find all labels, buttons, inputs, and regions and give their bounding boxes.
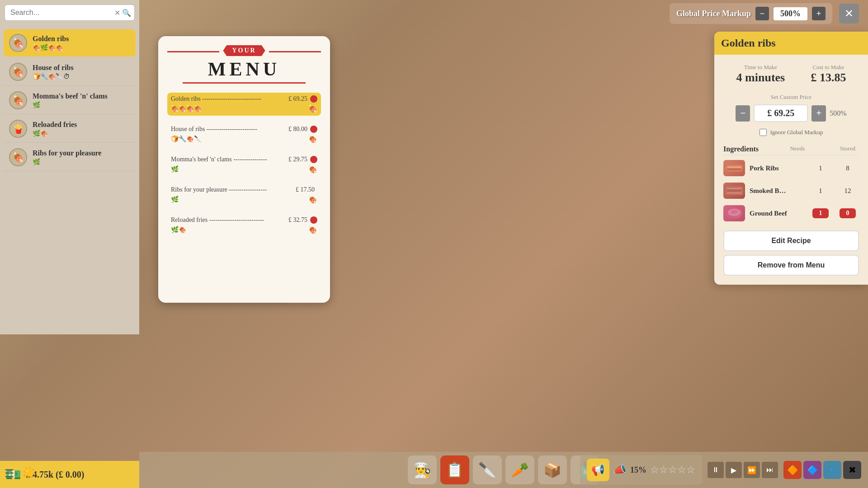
- entry-remove-reloaded-fries[interactable]: [310, 216, 317, 224]
- sidebar-item-house-of-ribs[interactable]: 🍖 House of ribs 🍞🔧🍖🔪⏱: [4, 58, 136, 86]
- menu-card-header: YOUR MENU: [167, 45, 321, 84]
- notification-button[interactable]: 📢: [587, 459, 609, 481]
- filter2-button[interactable]: 🔷: [803, 461, 821, 479]
- menu-card: YOUR MENU Golden ribs ------------------…: [158, 36, 330, 303]
- markup-increase-btn[interactable]: +: [812, 7, 826, 20]
- global-price-label: Global Price Markup: [676, 9, 751, 19]
- item-icon-golden-ribs: 🍖: [9, 34, 27, 52]
- item-tags-golden-ribs: 🍖🌿🍖🍖: [33, 44, 130, 52]
- ground-beef-needs: 1: [809, 208, 832, 218]
- playback-controls: ⏸ ▶ ⏩ ⏭: [708, 462, 778, 478]
- item-icon-reloaded-fries: 🍟: [9, 120, 27, 138]
- stored-col-header: Stored: [836, 145, 859, 153]
- item-tags-ribs-pleasure: 🌿: [33, 158, 130, 166]
- top-bar: Global Price Markup − 500% + ✕: [0, 0, 868, 27]
- fast-forward-button[interactable]: ⏩: [744, 462, 760, 478]
- sidebar-item-reloaded-fries[interactable]: 🍟 Reloaded fries 🌿🍖: [4, 115, 136, 143]
- custom-price-label: Set Custom Price: [723, 94, 859, 101]
- item-name-golden-ribs: Golden ribs: [33, 35, 130, 43]
- ingredient-smoked-b: Smoked B… 1 12: [723, 183, 859, 199]
- entry-price-house-of-ribs: £ 80.00: [288, 126, 307, 133]
- pork-ribs-name: Pork Ribs: [750, 164, 805, 172]
- panel-buttons: Edit Recipe Remove from Menu: [723, 230, 859, 276]
- pork-ribs-stored: 8: [836, 164, 859, 172]
- edit-recipe-button[interactable]: Edit Recipe: [723, 230, 859, 251]
- markup-value: 500%: [774, 7, 807, 20]
- entry-remove-mommas-beef[interactable]: [310, 156, 317, 163]
- item-icon-ribs-pleasure: 🍖: [9, 148, 27, 166]
- ignore-markup-label: Ignore Global Markup: [770, 129, 823, 136]
- filter1-button[interactable]: 🔶: [783, 461, 802, 479]
- item-name-reloaded-fries: Reloaded fries: [33, 121, 130, 129]
- menu-underline: [183, 82, 306, 84]
- sun-icon: ☀️: [22, 466, 36, 480]
- price-decrease-btn[interactable]: −: [736, 105, 750, 122]
- menu-entries: Golden ribs ----------------------------…: [167, 93, 321, 237]
- time-to-make-value: 4 minutes: [736, 71, 785, 84]
- smoked-b-icon: [723, 183, 745, 199]
- play-button[interactable]: ▶: [726, 462, 742, 478]
- bottom-right-controls: 📢 📣 15% ☆☆☆☆☆ ⏸ ▶ ⏩ ⏭ 🔶 🔷 🔹 ✖: [573, 452, 868, 488]
- remove-from-menu-button[interactable]: Remove from Menu: [723, 255, 859, 276]
- ingredient-pork-ribs: Pork Ribs 1 8: [723, 160, 859, 176]
- item-tags-reloaded-fries: 🌿🍖: [33, 130, 130, 137]
- time-to-make-label: Time to Make: [736, 64, 785, 71]
- entry-price-ribs-pleasure: £ 17.50: [296, 186, 315, 193]
- time-to-make-block: Time to Make 4 minutes: [736, 64, 785, 84]
- custom-price-section: Set Custom Price − £ 69.25 + 500%: [723, 94, 859, 122]
- menu-entry-mommas-beef[interactable]: Momma's beef 'n' clams ---------------- …: [167, 153, 321, 176]
- filter3-button[interactable]: 🔹: [823, 461, 841, 479]
- toolbar-knife-btn[interactable]: 🔪: [473, 455, 502, 484]
- toolbar-chef-btn[interactable]: 👨‍🍳: [408, 455, 437, 484]
- markup-decrease-btn[interactable]: −: [755, 7, 769, 20]
- ground-beef-name: Ground Beef: [750, 210, 805, 217]
- filter4-button[interactable]: ✖: [843, 461, 861, 479]
- entry-remove-house-of-ribs[interactable]: [310, 126, 317, 133]
- menu-entry-house-of-ribs[interactable]: House of ribs ------------------------ £…: [167, 123, 321, 146]
- global-price-markup-container: Global Price Markup − 500% +: [670, 3, 832, 24]
- megaphone-icon: 📣: [613, 464, 627, 476]
- sidebar-item-ribs-pleasure[interactable]: 🍖 Ribs for your pleasure 🌿: [4, 144, 136, 171]
- entry-remove-golden-ribs[interactable]: [310, 95, 317, 103]
- entry-food-icon-house-of-ribs: 🍖: [308, 135, 317, 143]
- needs-col-header: Needs: [786, 145, 809, 153]
- cost-to-make-value: £ 13.85: [811, 71, 846, 84]
- time-cost-row: Time to Make 4 minutes Cost to Make £ 13…: [723, 64, 859, 84]
- item-name-ribs-pleasure: Ribs for your pleasure: [33, 149, 130, 157]
- sidebar-item-golden-ribs[interactable]: 🍖 Golden ribs 🍖🌿🍖🍖: [4, 29, 136, 56]
- entry-price-reloaded-fries: £ 32.75: [288, 216, 307, 224]
- toolbar-menu-btn[interactable]: 📋: [440, 455, 469, 484]
- entry-price-mommas-beef: £ 29.75: [288, 156, 307, 163]
- pause-button[interactable]: ⏸: [708, 462, 724, 478]
- item-icon-house-of-ribs: 🍖: [9, 63, 27, 81]
- entry-food-icon-ribs-pleasure: 🍖: [308, 195, 317, 204]
- rating-percent: 15%: [630, 465, 646, 475]
- close-button[interactable]: ✕: [839, 4, 859, 23]
- price-input[interactable]: £ 69.25: [754, 104, 808, 122]
- ground-beef-icon: [723, 205, 745, 221]
- svg-rect-1: [727, 166, 741, 168]
- menu-entry-reloaded-fries[interactable]: Reloaded fries -------------------------…: [167, 214, 321, 237]
- smoked-b-stored: 12: [836, 187, 859, 195]
- sidebar-item-mommas-beef[interactable]: 🍖 Momma's beef 'n' clams 🌿: [4, 87, 136, 114]
- toolbar-storage-btn[interactable]: 📦: [538, 455, 567, 484]
- price-increase-btn[interactable]: +: [811, 105, 826, 122]
- item-name-house-of-ribs: House of ribs: [33, 64, 130, 72]
- ignore-markup-checkbox[interactable]: [760, 129, 767, 136]
- your-banner: YOUR: [223, 45, 265, 56]
- svg-point-9: [731, 210, 738, 214]
- svg-rect-2: [727, 169, 741, 170]
- faster-forward-button[interactable]: ⏭: [762, 462, 778, 478]
- ground-beef-stored: 0: [836, 208, 859, 218]
- item-tags-mommas-beef: 🌿: [33, 101, 130, 109]
- ingredients-header: Ingredients Needs Stored: [723, 145, 859, 155]
- toolbar-veggie-btn[interactable]: 🥕: [505, 455, 534, 484]
- pork-ribs-icon: [723, 160, 745, 176]
- entry-name-reloaded-fries: Reloaded fries -------------------------…: [171, 216, 288, 224]
- entry-icons-mommas-beef: 🌿: [171, 165, 179, 173]
- entry-icons-house-of-ribs: 🍞🔧🍖🔪: [171, 135, 202, 143]
- hamburger-button[interactable]: ☰: [5, 467, 14, 480]
- menu-entry-ribs-pleasure[interactable]: Ribs for your pleasure -----------------…: [167, 183, 321, 206]
- entry-name-golden-ribs: Golden ribs ----------------------------: [171, 95, 288, 103]
- menu-entry-golden-ribs[interactable]: Golden ribs ----------------------------…: [167, 93, 321, 116]
